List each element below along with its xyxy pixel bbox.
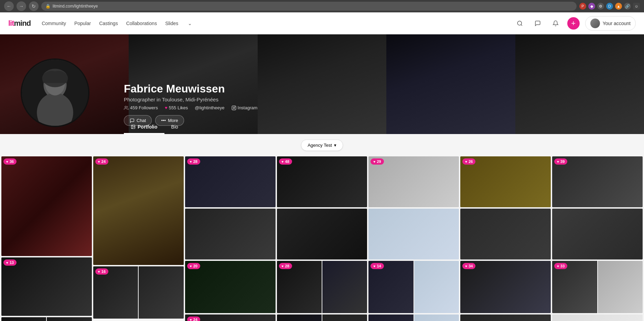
profile-stats: 459 Followers ♥ 555 Likes @lightintheeye… [124,105,257,110]
photo-item[interactable]: ♥ 33 [552,261,643,313]
top-nav: litmind Community Popular Castings Colla… [0,12,644,34]
photo-item[interactable] [277,314,367,321]
svg-rect-8 [232,106,236,110]
photo-like-badge: ♥ 20 [187,263,200,269]
photo-item[interactable]: ♥ 16 [93,266,184,319]
photo-like-badge: ♥ 29 [371,158,384,165]
svg-point-0 [517,21,522,25]
chat-button[interactable] [532,17,544,30]
address-bar[interactable]: 🔒 litmind.com/lightintheeye [41,2,577,11]
create-button[interactable]: + [567,17,580,30]
heart-icon: ♥ [282,160,284,164]
photo-like-badge: ♥ 24 [187,317,200,321]
photo-item[interactable]: ♥ 34 [460,261,551,313]
banner-seg-4 [386,34,515,134]
photo-item[interactable]: ♥ 14 [368,261,459,313]
nav-popular[interactable]: Popular [74,21,91,26]
photo-item[interactable] [552,314,643,321]
nav-collaborations[interactable]: Collaborations [126,21,157,26]
photo-item[interactable]: ♥ 39 [552,156,643,207]
photo-like-badge: ♥ 36 [3,158,17,165]
instagram-link[interactable]: Instagram [232,105,258,110]
photo-like-badge: ♥ 28 [279,263,292,269]
photo-item[interactable]: ♥ 48 [277,156,367,207]
browser-extensions: P ◆ ⚙ D ▲ 🔗 ☺ [579,3,640,10]
banner-seg-3 [258,34,386,134]
photo-item[interactable]: ♥ 28 [185,156,276,207]
photo-item[interactable]: ♥ 29 [368,156,459,207]
photo-item[interactable]: ♥ 13 [1,257,92,316]
logo[interactable]: litmind [8,19,31,28]
ext-icon-2: ◆ [588,3,595,10]
photo-item[interactable]: ♥ 36 [1,156,92,256]
photo-item[interactable] [185,209,276,259]
forward-button[interactable]: → [17,1,26,11]
nav-castings[interactable]: Castings [99,21,118,26]
heart-icon: ♥ [190,264,192,268]
heart-icon: ♥ [373,160,375,164]
filter-label: Agency Test [308,143,332,148]
photo-col-2: ♥ 24 ♥ 16 [93,156,184,319]
like-count: 33 [560,264,565,268]
notifications-button[interactable] [549,17,562,30]
nav-slides[interactable]: Slides [165,21,178,26]
like-count: 39 [560,159,565,164]
photo-item[interactable]: ♥ 26 [460,156,551,207]
photo-like-badge: ♥ 33 [554,263,567,269]
photo-item[interactable] [552,209,643,259]
heart-icon: ♥ [98,270,100,274]
ext-icon-3: ⚙ [597,3,604,10]
photo-item[interactable] [460,209,551,259]
account-button[interactable]: Your account [585,16,636,31]
nav-more-button[interactable]: ⌄ [186,17,193,30]
svg-point-12 [132,126,133,126]
photo-item[interactable] [277,209,367,259]
filter-bar: Agency Test ▾ [0,140,644,151]
like-count: 48 [285,159,289,164]
photo-item[interactable] [368,314,459,321]
like-count: 24 [193,318,197,321]
photo-item[interactable]: ♥ 24 [185,314,276,321]
browser-bar: ← → ↻ 🔒 litmind.com/lightintheeye P ◆ ⚙ … [0,0,644,12]
followers-text: 459 Followers [130,105,158,110]
photo-like-badge: ♥ 39 [554,158,567,165]
agency-filter-button[interactable]: Agency Test ▾ [301,140,343,151]
heart-icon: ♥ [465,160,467,164]
heart-icon: ♥ [6,160,8,164]
url-text: litmind.com/lightintheeye [53,4,98,9]
filter-chevron-icon: ▾ [334,143,336,148]
like-count: 34 [469,264,473,268]
photo-item[interactable] [1,317,92,321]
nav-right: + Your account [514,16,636,31]
nav-community[interactable]: Community [42,21,66,26]
refresh-button[interactable]: ↻ [29,1,39,11]
heart-icon: ♥ [557,160,559,164]
like-count: 14 [377,264,381,268]
content-area: Agency Test ▾ ♥ 36 ♥ 13 [0,134,644,321]
avatar-image [22,60,88,126]
like-count: 20 [193,264,197,268]
back-button[interactable]: ← [4,1,14,11]
banner-background [0,34,644,134]
profile-avatar [21,58,89,127]
photo-item[interactable]: ♥ 24 [93,156,184,265]
tab-portfolio[interactable]: Portfolio [124,121,164,134]
search-button[interactable] [514,17,526,30]
profile-name: Fabrice Meuwissen [124,82,257,95]
lock-icon: 🔒 [45,4,51,9]
photo-like-badge: ♥ 34 [462,263,475,269]
profile-tabs: Portfolio Bio [124,121,185,134]
photo-col-5: ♥ 29 ♥ 14 [368,156,459,321]
ext-icon-4: D [606,3,613,10]
profile-subtitle: Photographer in Toulouse, Midi-Pyrénées [124,97,257,102]
photo-item[interactable]: ♥ 28 [277,261,367,313]
photo-item[interactable] [368,209,459,259]
like-count: 16 [101,269,106,274]
photo-item[interactable]: ♥ 20 [185,261,276,313]
photo-item[interactable] [460,314,551,321]
username: @lightintheeye [195,105,224,110]
like-count: 29 [377,159,381,164]
photo-like-badge: ♥ 13 [3,259,17,266]
tab-bio[interactable]: Bio [164,121,185,134]
heart-icon: ♥ [465,264,467,268]
